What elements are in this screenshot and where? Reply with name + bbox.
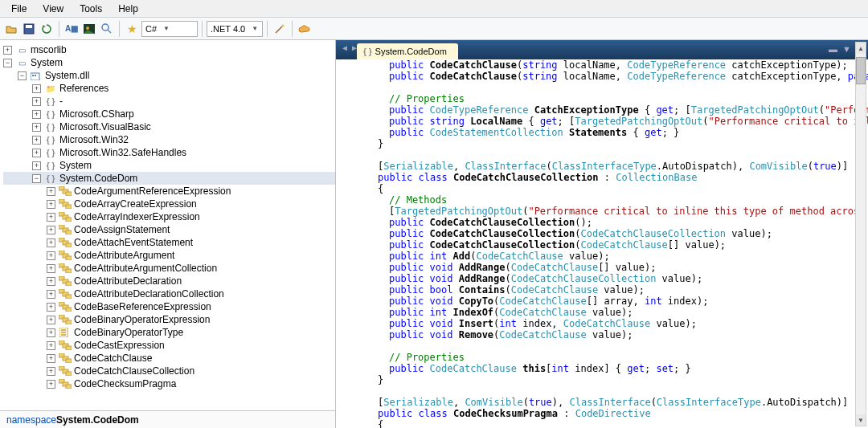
tree-item[interactable]: Microsoft.CSharp (59, 108, 134, 120)
tree-item-selected[interactable]: System.CodeDom (59, 173, 137, 184)
tree-view[interactable]: +▭mscorlib −▭System −System.dll +📁Refere… (0, 40, 335, 410)
code-line: public int IndexOf(CodeCatchClause value… (339, 307, 868, 318)
tree-item[interactable]: CodeCastExpression (74, 340, 165, 351)
expand-icon[interactable]: + (47, 264, 55, 273)
scroll-thumb[interactable] (856, 57, 866, 84)
expand-icon[interactable]: + (47, 316, 55, 324)
tab-active[interactable]: { }System.CodeDom (357, 43, 458, 59)
minimize-icon[interactable]: ▬ (829, 44, 837, 54)
menu-file[interactable]: File (3, 2, 35, 16)
nav-forward-icon[interactable]: ► (350, 43, 358, 52)
tree-item[interactable]: CodeArgumentReferenceExpression (74, 185, 231, 197)
cloud-icon[interactable] (297, 21, 313, 37)
expand-icon[interactable]: + (32, 123, 41, 132)
resource-icon[interactable] (81, 21, 97, 37)
language-select[interactable]: C#▼ (141, 21, 198, 37)
expand-icon[interactable]: + (47, 200, 55, 209)
tree-item[interactable]: System.dll (45, 70, 89, 81)
menubar: File View Tools Help (0, 0, 868, 18)
expand-icon[interactable]: + (47, 251, 55, 260)
scroll-down-icon[interactable]: ▼ (856, 414, 866, 426)
expand-icon[interactable]: + (47, 187, 55, 196)
expand-icon[interactable]: + (47, 290, 55, 299)
expand-icon[interactable]: + (47, 328, 55, 337)
menu-view[interactable]: View (35, 2, 72, 16)
svg-rect-11 (66, 192, 72, 196)
expand-icon[interactable]: + (32, 161, 41, 170)
class-icon (59, 198, 72, 210)
collapse-icon[interactable]: − (3, 59, 12, 67)
expand-icon[interactable]: + (47, 277, 55, 286)
expand-icon[interactable]: + (3, 46, 12, 55)
code-line: public void AddRange(CodeCatchClauseColl… (339, 273, 868, 284)
nav-back-icon[interactable]: ◄ (341, 43, 349, 52)
svg-rect-38 (66, 308, 72, 312)
tree-item[interactable]: Microsoft.VisualBasic (59, 121, 151, 132)
tree-item[interactable]: CodeAssignStatement (74, 224, 170, 235)
code-line: public void AddRange(CodeCatchClause[] v… (339, 262, 868, 273)
search-icon[interactable] (99, 21, 115, 37)
dropdown-icon[interactable]: ▼ (842, 44, 851, 54)
class-icon (59, 250, 72, 261)
collapse-icon[interactable]: − (18, 71, 27, 80)
tree-item[interactable]: CodeBinaryOperatorExpression (74, 314, 210, 325)
menu-help[interactable]: Help (110, 2, 146, 16)
code-line (339, 82, 868, 93)
svg-rect-17 (66, 218, 72, 222)
code-line (339, 149, 868, 161)
scroll-up-icon[interactable]: ▲ (856, 43, 866, 54)
save-icon[interactable] (21, 21, 37, 37)
refresh-icon[interactable] (39, 21, 55, 37)
tree-item[interactable]: CodeAttachEventStatement (74, 237, 193, 248)
code-line: [Serializable, ClassInterface(ClassInter… (339, 161, 868, 172)
collapse-icon[interactable]: − (32, 174, 41, 183)
open-icon[interactable] (3, 21, 19, 37)
tree-item[interactable]: CodeAttributeArgument (74, 250, 174, 261)
tree-item[interactable]: CodeCatchClauseCollection (74, 365, 194, 377)
expand-icon[interactable]: + (47, 238, 55, 247)
framework-select[interactable]: .NET 4.0▼ (207, 21, 263, 37)
code-line: // Properties (339, 93, 868, 104)
expand-icon[interactable]: + (47, 367, 55, 376)
tree-item[interactable]: CodeBinaryOperatorType (74, 327, 183, 338)
expand-icon[interactable]: + (32, 149, 41, 157)
tree-item[interactable]: CodeAttributeDeclarationCollection (74, 288, 224, 300)
expand-icon[interactable]: + (47, 303, 55, 312)
tree-item[interactable]: CodeAttributeDeclaration (74, 275, 182, 287)
expand-icon[interactable]: + (47, 380, 55, 389)
svg-rect-43 (61, 329, 66, 331)
expand-icon[interactable]: + (47, 354, 55, 363)
tree-item[interactable]: - (59, 96, 63, 107)
tree-item[interactable]: CodeAttributeArgumentCollection (74, 263, 217, 274)
expand-icon[interactable]: + (32, 136, 41, 145)
scrollbar[interactable]: ▲ ▼ (855, 42, 866, 426)
module-icon (30, 70, 43, 81)
chevron-down-icon: ▼ (252, 25, 258, 32)
tree-item[interactable]: CodeArrayIndexerExpression (74, 211, 200, 222)
tree-item[interactable]: Microsoft.Win32 (59, 134, 129, 145)
expand-icon[interactable]: + (32, 110, 41, 119)
tree-item[interactable]: System (59, 160, 92, 171)
code-line: public class CodeCatchClauseCollection :… (339, 172, 868, 183)
tree-item[interactable]: CodeArrayCreateExpression (74, 198, 197, 210)
expand-icon[interactable]: + (32, 97, 41, 106)
expand-icon[interactable]: + (32, 84, 41, 93)
tree-item[interactable]: CodeChecksumPragma (74, 378, 176, 389)
tree-item[interactable]: Microsoft.Win32.SafeHandles (59, 147, 186, 158)
expand-icon[interactable]: + (47, 341, 55, 350)
code-viewer[interactable]: public CodeCatchClause(string localName,… (336, 59, 868, 428)
wand-icon[interactable] (272, 21, 288, 37)
tree-item[interactable]: CodeCatchClause (74, 353, 152, 364)
expand-icon[interactable]: + (47, 213, 55, 222)
favorite-icon[interactable]: ★ (124, 21, 140, 37)
assembly-icon[interactable]: A▦ (63, 21, 80, 37)
svg-rect-45 (61, 334, 66, 336)
assembly-icon: ▭ (15, 44, 28, 55)
code-line: { (339, 419, 868, 428)
menu-tools[interactable]: Tools (72, 2, 110, 16)
tree-item[interactable]: mscorlib (31, 44, 67, 55)
tree-item[interactable]: System (31, 57, 63, 68)
expand-icon[interactable]: + (47, 226, 55, 234)
tree-item[interactable]: References (59, 83, 108, 94)
tree-item[interactable]: CodeBaseReferenceExpression (74, 301, 211, 312)
